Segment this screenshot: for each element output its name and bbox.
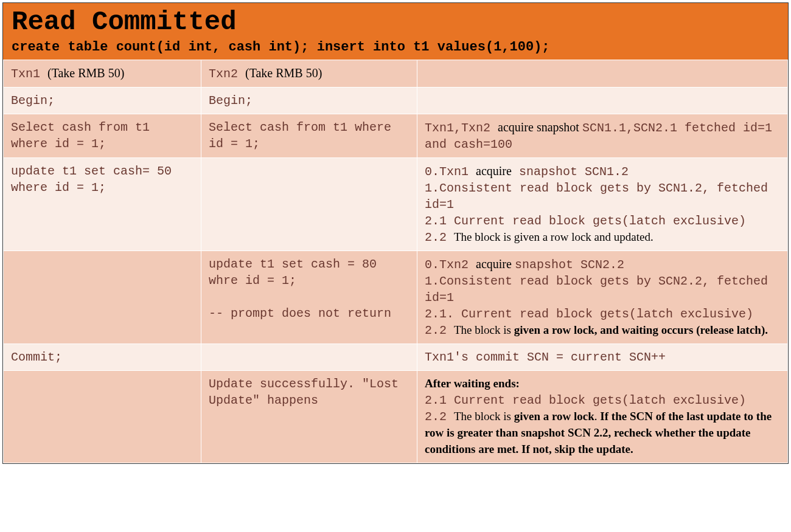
note-text: 2.2 bbox=[425, 230, 454, 244]
notes-cell: After waiting ends: 2.1 Current read blo… bbox=[417, 371, 788, 463]
table-row: Select cash from t1 where id = 1; Select… bbox=[4, 114, 788, 158]
slide-title: Read Committed bbox=[12, 7, 779, 37]
note-text: acquire bbox=[476, 164, 512, 178]
txn1-code: Txn1 bbox=[11, 67, 47, 81]
notes-cell: 0.Txn1 acquire snapshot SCN1.2 1.Consist… bbox=[417, 158, 788, 251]
note-text: acquire bbox=[476, 257, 515, 271]
txn2-sql: update t1 set cash = 80 whre id = 1; bbox=[209, 257, 377, 288]
notes-cell: Txn1,Txn2 acquire snapshot SCN1.1,SCN2.1… bbox=[417, 114, 788, 158]
txn1-cell: Begin; bbox=[4, 88, 201, 114]
note-text: 2.2 bbox=[425, 410, 454, 424]
note-text: 2.1. Current read block gets(latch exclu… bbox=[425, 307, 753, 321]
txn2-cell: update t1 set cash = 80 whre id = 1; -- … bbox=[201, 251, 417, 344]
txn1-header: Txn1 (Take RMB 50) bbox=[4, 60, 201, 88]
notes-cell: 0.Txn2 acquire snapshot SCN2.2 1.Consist… bbox=[417, 251, 788, 344]
note-text: 2.1 Current read block gets(latch exclus… bbox=[425, 393, 746, 407]
table-row: update t1 set cash= 50 where id = 1; 0.T… bbox=[4, 158, 788, 251]
note-heading: After waiting ends: bbox=[425, 377, 520, 390]
note-text: snapshot SCN2.2 bbox=[515, 258, 624, 272]
header-banner: Read Committed create table count(id int… bbox=[3, 3, 788, 60]
table-row: Commit; Txn1's commit SCN = current SCN+… bbox=[4, 344, 788, 371]
note-text: 2.1 Current read block gets(latch exclus… bbox=[425, 214, 746, 228]
txn2-comment: -- prompt does not return bbox=[209, 306, 391, 320]
txn2-cell: Update successfully. "Lost Update" happe… bbox=[201, 371, 417, 463]
table-row: Begin; Begin; bbox=[4, 88, 788, 114]
table-row: Txn1 (Take RMB 50) Txn2 (Take RMB 50) bbox=[4, 60, 788, 88]
notes-cell bbox=[417, 88, 788, 114]
txn1-cell: Select cash from t1 where id = 1; bbox=[4, 114, 201, 158]
note-text: The block is bbox=[454, 323, 514, 336]
txn2-cell bbox=[201, 344, 417, 371]
note-text: 1.Consistent read block gets by SCN1.2, … bbox=[425, 181, 768, 212]
note-text: snapshot SCN1.2 bbox=[512, 165, 629, 179]
table-row: update t1 set cash = 80 whre id = 1; -- … bbox=[4, 251, 788, 344]
txn1-cell: update t1 set cash= 50 where id = 1; bbox=[4, 158, 201, 251]
txn1-cell bbox=[4, 371, 201, 463]
note-text: The block is given a row lock and update… bbox=[454, 230, 653, 243]
slide-frame: Read Committed create table count(id int… bbox=[2, 2, 789, 464]
note-text: The block is bbox=[454, 410, 514, 423]
note-text: acquire snapshot bbox=[498, 120, 582, 134]
note-text: 2.2 bbox=[425, 323, 454, 337]
txn2-code: Txn2 bbox=[209, 67, 245, 81]
txn2-header: Txn2 (Take RMB 50) bbox=[201, 60, 417, 88]
table-row: Update successfully. "Lost Update" happe… bbox=[4, 371, 788, 463]
txn2-cell: Select cash from t1 where id = 1; bbox=[201, 114, 417, 158]
notes-cell: Txn1's commit SCN = current SCN++ bbox=[417, 344, 788, 371]
note-text: 0.Txn1 bbox=[425, 165, 476, 179]
txn1-note: (Take RMB 50) bbox=[47, 66, 124, 80]
txn2-note: (Take RMB 50) bbox=[245, 66, 322, 80]
note-text: given a row lock bbox=[514, 410, 594, 423]
note-text: 0.Txn2 bbox=[425, 258, 476, 272]
txn2-cell bbox=[201, 158, 417, 251]
note-text: given a row lock, and bbox=[514, 323, 622, 336]
note-text: Txn1,Txn2 bbox=[425, 121, 498, 135]
notes-header bbox=[417, 60, 788, 88]
note-text: . bbox=[594, 410, 601, 423]
txn1-cell bbox=[4, 251, 201, 344]
transaction-table: Txn1 (Take RMB 50) Txn2 (Take RMB 50) Be… bbox=[3, 60, 788, 463]
txn2-cell: Begin; bbox=[201, 88, 417, 114]
note-text: 1.Consistent read block gets by SCN2.2, … bbox=[425, 274, 768, 305]
note-warning: waiting occurs (release latch). bbox=[622, 323, 768, 336]
txn1-cell: Commit; bbox=[4, 344, 201, 371]
slide-subtitle: create table count(id int, cash int); in… bbox=[12, 40, 779, 55]
